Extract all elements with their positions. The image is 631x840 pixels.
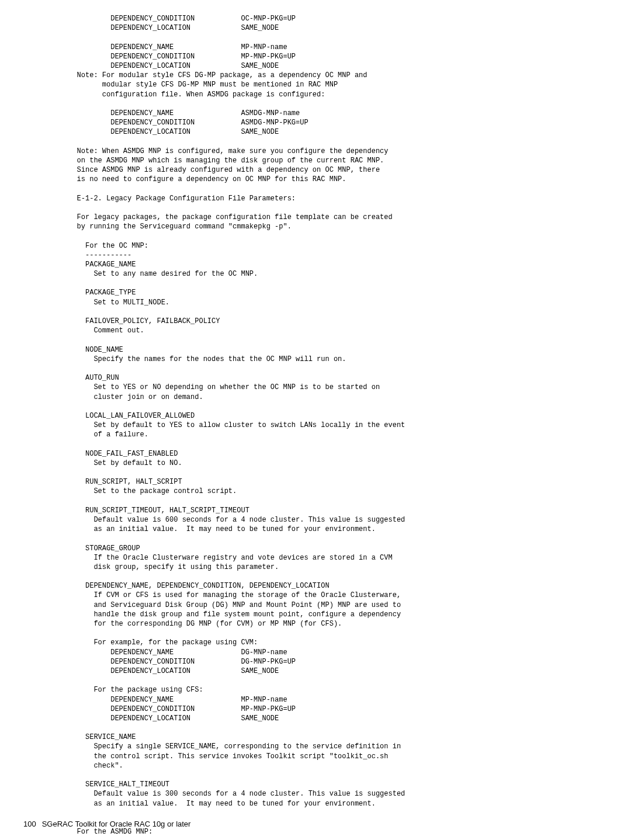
- page-footer: 100 SGeRAC Toolkit for Oracle RAC 10g or…: [23, 819, 190, 829]
- footer-title: SGeRAC Toolkit for Oracle RAC 10g or lat…: [42, 820, 191, 828]
- document-body: DEPENDENCY_CONDITION OC-MNP-PKG=UP DEPEN…: [0, 0, 631, 840]
- page-number: 100: [23, 819, 40, 829]
